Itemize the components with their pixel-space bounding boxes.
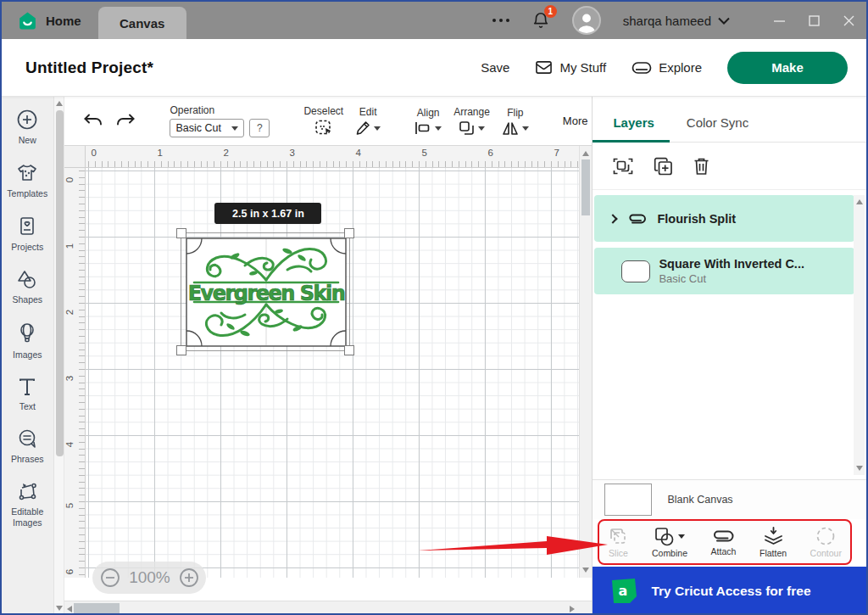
undo-button[interactable] xyxy=(83,114,103,129)
edit-toolbar: Operation Basic Cut ? Deselect xyxy=(64,97,592,146)
operation-help-button[interactable]: ? xyxy=(249,119,270,137)
editable-images-icon xyxy=(17,481,38,502)
align-icon xyxy=(415,121,431,135)
group-icon[interactable] xyxy=(613,157,633,176)
text-icon xyxy=(17,377,37,397)
blank-canvas-swatch[interactable] xyxy=(604,484,652,516)
layer-row-flourish-split[interactable]: Flourish Split xyxy=(594,195,854,242)
tab-color-sync[interactable]: Color Sync xyxy=(687,115,748,142)
tab-canvas[interactable]: Canvas xyxy=(98,7,186,39)
explore-machine-icon xyxy=(632,60,652,75)
sidebar-item-new[interactable]: New xyxy=(2,109,53,146)
notifications-button[interactable]: 1 xyxy=(531,11,550,30)
zoom-out-button[interactable] xyxy=(100,567,120,588)
attach-paperclip-icon xyxy=(626,212,648,226)
deselect-button[interactable]: Deselect xyxy=(303,105,343,137)
caret-down-icon xyxy=(435,126,442,131)
operation-select[interactable]: Basic Cut xyxy=(170,119,244,137)
app-window: Home Canvas 1 sharqa hameed xyxy=(0,0,868,615)
edit-pencil-icon xyxy=(355,120,370,136)
delete-icon[interactable] xyxy=(693,157,709,176)
close-button[interactable] xyxy=(843,15,854,26)
layer-row-square[interactable]: Square With Inverted C... Basic Cut xyxy=(594,248,854,294)
zoom-level: 100% xyxy=(129,568,170,587)
cricut-access-banner[interactable]: a Try Cricut Access for free xyxy=(593,567,866,615)
expand-chevron-icon[interactable] xyxy=(609,214,618,223)
images-balloon-icon xyxy=(17,322,37,345)
sidebar-item-images[interactable]: Images xyxy=(2,322,53,361)
canvas-tab-label: Canvas xyxy=(120,16,164,31)
zoom-in-button[interactable] xyxy=(179,567,199,588)
sidebar-item-templates[interactable]: Templates xyxy=(2,162,53,199)
contour-button[interactable]: Contour xyxy=(810,526,842,558)
avatar[interactable] xyxy=(572,6,601,35)
design-canvas[interactable]: 0 1 2 3 4 5 6 7 0 1 2 3 4 5 6 xyxy=(64,146,592,601)
combine-button[interactable]: Combine xyxy=(652,526,687,558)
caret-down-icon xyxy=(522,126,529,131)
layers-scrollbar[interactable] xyxy=(854,195,865,475)
align-button[interactable]: Align xyxy=(415,107,442,135)
my-stuff-button[interactable]: My Stuff xyxy=(535,59,606,75)
duplicate-icon[interactable] xyxy=(654,157,673,176)
templates-icon xyxy=(16,162,38,184)
explore-button[interactable]: Explore xyxy=(632,60,702,75)
account-menu[interactable]: sharqa hameed xyxy=(623,14,730,28)
resize-handle-bottom-left[interactable] xyxy=(176,345,186,355)
edit-button[interactable]: Edit xyxy=(355,106,381,136)
project-header: Untitled Project* Save My Stuff Explore … xyxy=(2,39,866,97)
zoom-control: 100% xyxy=(92,562,206,594)
flatten-button[interactable]: Flatten xyxy=(760,526,787,558)
sidebar-scrollbar[interactable] xyxy=(54,97,65,615)
canvas-grid[interactable]: 2.5 in x 1.67 in xyxy=(86,168,579,578)
arrange-button[interactable]: Arrange xyxy=(453,106,490,136)
annotation-arrow xyxy=(418,534,609,560)
attach-icon xyxy=(710,528,736,545)
slice-button[interactable]: Slice xyxy=(608,526,628,558)
my-stuff-label: My Stuff xyxy=(559,60,606,75)
vertical-ruler: 0 1 2 3 4 5 6 xyxy=(64,168,86,578)
more-options-icon[interactable] xyxy=(492,19,509,22)
resize-handle-bottom-right[interactable] xyxy=(344,345,354,355)
phrases-icon xyxy=(16,428,38,450)
tools-sidebar: New Templates Projects Shapes Images Tex… xyxy=(2,97,54,615)
minimize-button[interactable] xyxy=(774,15,785,26)
tab-layers[interactable]: Layers xyxy=(613,115,654,142)
selection-size-tooltip: 2.5 in x 1.67 in xyxy=(214,203,321,224)
chevron-down-icon xyxy=(718,17,730,25)
new-icon xyxy=(16,109,38,131)
shapes-icon xyxy=(16,269,38,290)
explore-label: Explore xyxy=(659,60,702,75)
page-title: Untitled Project* xyxy=(25,59,153,77)
home-tab-label: Home xyxy=(46,14,81,28)
user-name-label: sharqa hameed xyxy=(623,14,711,28)
redo-button[interactable] xyxy=(115,114,136,129)
contour-icon xyxy=(815,526,836,546)
maximize-button[interactable] xyxy=(809,15,820,26)
sidebar-item-editable-images[interactable]: Editable Images xyxy=(2,481,53,528)
layer-actions-bar: Slice Combine Attach xyxy=(598,519,852,565)
cricut-logo-icon xyxy=(17,10,38,31)
tab-home[interactable]: Home xyxy=(2,2,98,39)
save-label: Save xyxy=(481,60,509,75)
deselect-icon xyxy=(314,120,333,137)
canvas-vertical-scrollbar[interactable] xyxy=(579,146,592,578)
combine-icon xyxy=(654,526,685,546)
save-button[interactable]: Save xyxy=(481,60,509,75)
sidebar-item-text[interactable]: Text xyxy=(2,377,53,412)
selection-box[interactable] xyxy=(181,232,350,351)
title-bar: Home Canvas 1 sharqa hameed xyxy=(2,2,866,39)
svg-text:a: a xyxy=(619,583,628,599)
ruler-corner xyxy=(64,146,86,168)
resize-handle-top-right[interactable] xyxy=(344,228,354,238)
blank-canvas-row[interactable]: Blank Canvas xyxy=(593,479,866,519)
cricut-access-logo-icon: a xyxy=(611,578,637,604)
canvas-horizontal-scrollbar[interactable] xyxy=(64,601,592,615)
sidebar-item-projects[interactable]: Projects xyxy=(2,215,53,253)
resize-handle-top-left[interactable] xyxy=(176,228,186,238)
attach-button[interactable]: Attach xyxy=(710,528,736,556)
sidebar-item-shapes[interactable]: Shapes xyxy=(2,269,53,305)
flip-button[interactable]: Flip xyxy=(502,107,529,136)
sidebar-item-phrases[interactable]: Phrases xyxy=(2,428,53,465)
notification-badge: 1 xyxy=(544,5,557,18)
make-button[interactable]: Make xyxy=(727,52,848,84)
